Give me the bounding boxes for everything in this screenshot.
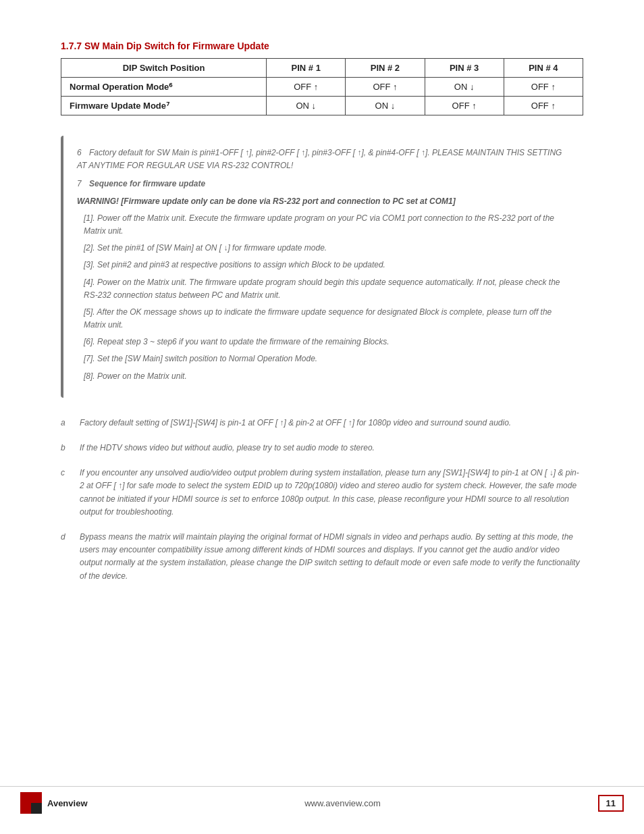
brand-name: Avenview bbox=[47, 798, 88, 808]
footnotes: aFactory default setting of [SW1]-[SW4] … bbox=[61, 417, 583, 583]
cell-0-pin4: OFF ↑ bbox=[504, 78, 583, 97]
step-1: [1]. Power off the Matrix unit. Execute … bbox=[84, 212, 570, 238]
footer-page-number: 11 bbox=[598, 795, 624, 812]
cell-1-pin2: ON ↓ bbox=[346, 97, 425, 115]
footer: Avenview www.avenview.com 11 bbox=[0, 786, 644, 814]
col-header-dip: DIP Switch Position bbox=[61, 59, 267, 78]
dip-switch-table: DIP Switch Position PIN # 1 PIN # 2 PIN … bbox=[61, 58, 583, 115]
footnote-label-c: c bbox=[61, 467, 80, 519]
footnote-c: cIf you encounter any unsolved audio/vid… bbox=[61, 467, 583, 519]
footnote-label-b: b bbox=[61, 442, 80, 454]
step-8: [8]. Power on the Matrix unit. bbox=[84, 370, 570, 383]
footnote-a: aFactory default setting of [SW1]-[SW4] … bbox=[61, 417, 583, 429]
section-title: 1.7.7 SW Main Dip Switch for Firmware Up… bbox=[61, 41, 583, 51]
footnote-b: bIf the HDTV shows video but without aud… bbox=[61, 442, 583, 454]
cell-1-pin3: OFF ↑ bbox=[425, 97, 504, 115]
steps-container: [1]. Power off the Matrix unit. Execute … bbox=[77, 212, 570, 383]
footnote-text-c: If you encounter any unsolved audio/vide… bbox=[80, 467, 583, 519]
cell-1-label: Firmware Update Mode⁷ bbox=[61, 97, 267, 115]
note7-title: Sequence for firmware update bbox=[89, 179, 205, 188]
footer-url: www.avenview.com bbox=[304, 798, 381, 808]
note-box: 6 Factory default for SW Main is pin#1-O… bbox=[61, 136, 583, 398]
step-7: [7]. Set the [SW Main] switch position t… bbox=[84, 353, 570, 365]
col-header-pin1: PIN # 1 bbox=[267, 59, 346, 78]
col-header-pin3: PIN # 3 bbox=[425, 59, 504, 78]
footnote-label-a: a bbox=[61, 417, 80, 429]
note6-label: 6 bbox=[77, 148, 82, 157]
warning-text: WARNING! [Firmware update only can be do… bbox=[77, 195, 570, 208]
step-3: [3]. Set pin#2 and pin#3 at respective p… bbox=[84, 259, 570, 271]
note6: 6 Factory default for SW Main is pin#1-O… bbox=[77, 147, 570, 172]
step-6: [6]. Repeat step 3 ~ step6 if you want t… bbox=[84, 336, 570, 348]
cell-1-pin4: OFF ↑ bbox=[504, 97, 583, 115]
footnote-text-a: Factory default setting of [SW1]-[SW4] i… bbox=[80, 417, 583, 429]
step-5: [5]. After the OK message shows up to in… bbox=[84, 306, 570, 332]
cell-0-label: Normal Operation Mode⁶ bbox=[61, 78, 267, 97]
logo-icon-inner bbox=[31, 803, 42, 814]
page: 1.7.7 SW Main Dip Switch for Firmware Up… bbox=[0, 0, 644, 834]
step-2: [2]. Set the pin#1 of [SW Main] at ON [ … bbox=[84, 242, 570, 255]
footnote-d: dBypass means the matrix will maintain p… bbox=[61, 531, 583, 583]
cell-0-pin2: OFF ↑ bbox=[346, 78, 425, 97]
col-header-pin2: PIN # 2 bbox=[346, 59, 425, 78]
footer-logo: Avenview bbox=[20, 792, 88, 814]
footnote-label-d: d bbox=[61, 531, 80, 583]
footnote-text-b: If the HDTV shows video but without audi… bbox=[80, 442, 583, 454]
cell-0-pin3: ON ↓ bbox=[425, 78, 504, 97]
col-header-pin4: PIN # 4 bbox=[504, 59, 583, 78]
note6-text: Factory default for SW Main is pin#1-OFF… bbox=[77, 148, 562, 170]
table-row-1: Firmware Update Mode⁷ON ↓ON ↓OFF ↑OFF ↑ bbox=[61, 97, 583, 115]
logo-icon bbox=[20, 792, 42, 814]
step-4: [4]. Power on the Matrix unit. The firmw… bbox=[84, 276, 570, 302]
footnote-text-d: Bypass means the matrix will maintain pl… bbox=[80, 531, 583, 583]
cell-1-pin1: ON ↓ bbox=[267, 97, 346, 115]
note7-num: 7 bbox=[77, 179, 82, 188]
table-row-0: Normal Operation Mode⁶OFF ↑OFF ↑ON ↓OFF … bbox=[61, 78, 583, 97]
note7-label-line: 7 Sequence for firmware update bbox=[77, 178, 570, 190]
cell-0-pin1: OFF ↑ bbox=[267, 78, 346, 97]
